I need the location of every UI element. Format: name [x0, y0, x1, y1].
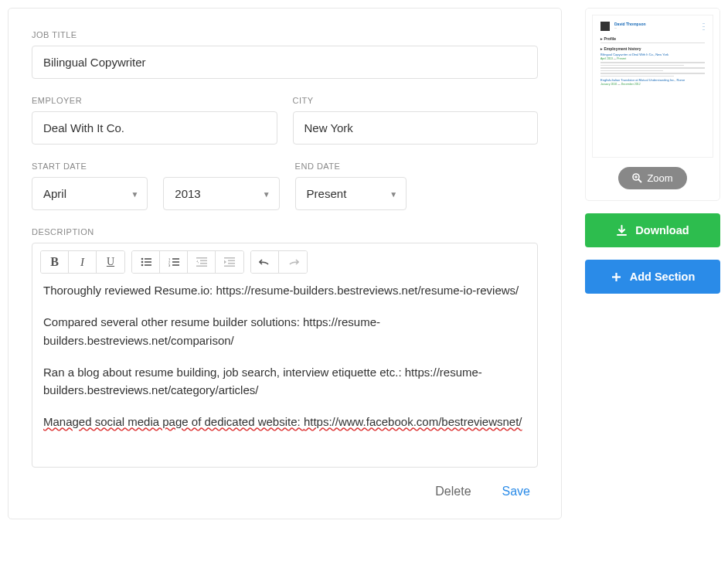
city-label: CITY [293, 96, 539, 105]
svg-rect-20 [228, 263, 235, 264]
svg-point-0 [141, 258, 143, 260]
start-date-label: START DATE [32, 162, 280, 171]
svg-rect-16 [196, 266, 207, 267]
svg-rect-9 [172, 261, 179, 263]
svg-rect-17 [224, 257, 235, 259]
download-button[interactable]: Download [585, 213, 720, 247]
svg-rect-21 [224, 266, 235, 267]
description-label: DESCRIPTION [32, 227, 538, 236]
employment-form: JOB TITLE EMPLOYER CITY START DATE ▼ [8, 8, 562, 519]
avatar [600, 22, 610, 31]
resume-preview[interactable]: David Thompson — ——— Profile Employment … [592, 15, 713, 158]
svg-rect-1 [145, 258, 151, 260]
city-input[interactable] [293, 111, 539, 145]
rich-text-editor: B I U 123 [32, 243, 538, 468]
end-date-label: END DATE [295, 162, 538, 171]
undo-button[interactable] [251, 251, 279, 273]
svg-rect-15 [200, 263, 207, 264]
indent-button[interactable] [216, 251, 243, 273]
job-title-label: JOB TITLE [32, 30, 538, 39]
zoom-icon [632, 173, 642, 183]
zoom-button[interactable]: Zoom [618, 167, 686, 189]
start-year-select[interactable]: ▼ [163, 177, 279, 210]
form-footer: Delete Save [32, 468, 538, 503]
delete-button[interactable]: Delete [435, 485, 471, 498]
svg-rect-11 [172, 264, 179, 266]
svg-point-4 [141, 264, 143, 267]
svg-point-2 [141, 261, 143, 264]
svg-text:3: 3 [168, 264, 171, 267]
employer-label: EMPLOYER [32, 96, 277, 105]
start-date-group: START DATE ▼ ▼ [32, 162, 280, 210]
svg-rect-14 [200, 260, 207, 262]
description-textarea[interactable]: Thoroughly reviewed Resume.io: https://r… [32, 274, 537, 467]
underline-button[interactable]: U [97, 251, 124, 273]
job-title-input[interactable] [32, 46, 538, 79]
download-icon [616, 225, 628, 236]
bold-button[interactable]: B [41, 251, 69, 273]
svg-rect-12 [196, 257, 207, 259]
plus-icon [611, 271, 622, 283]
employer-group: EMPLOYER [32, 96, 277, 145]
svg-line-23 [638, 179, 641, 182]
employer-input[interactable] [32, 111, 277, 145]
svg-marker-18 [224, 260, 226, 264]
end-date-select[interactable]: ▼ [295, 177, 407, 210]
description-group: DESCRIPTION B I U 123 [32, 227, 538, 468]
city-group: CITY [293, 96, 539, 145]
svg-marker-13 [196, 260, 199, 264]
redo-button[interactable] [279, 251, 307, 273]
start-month-select[interactable]: ▼ [32, 177, 148, 210]
numbered-list-button[interactable]: 123 [160, 251, 188, 273]
italic-button[interactable]: I [69, 251, 97, 273]
sidebar: David Thompson — ——— Profile Employment … [585, 8, 720, 519]
add-section-button[interactable]: Add Section [585, 260, 720, 294]
end-date-group: END DATE ▼ [295, 162, 538, 210]
svg-rect-7 [172, 258, 179, 260]
resume-preview-card: David Thompson — ——— Profile Employment … [585, 8, 720, 201]
editor-toolbar: B I U 123 [32, 243, 537, 274]
outdent-button[interactable] [188, 251, 216, 273]
svg-rect-5 [145, 264, 151, 266]
bullet-list-button[interactable] [132, 251, 160, 273]
job-title-group: JOB TITLE [32, 30, 538, 79]
save-button[interactable]: Save [502, 485, 530, 498]
svg-rect-19 [228, 260, 235, 262]
svg-rect-3 [145, 261, 151, 263]
